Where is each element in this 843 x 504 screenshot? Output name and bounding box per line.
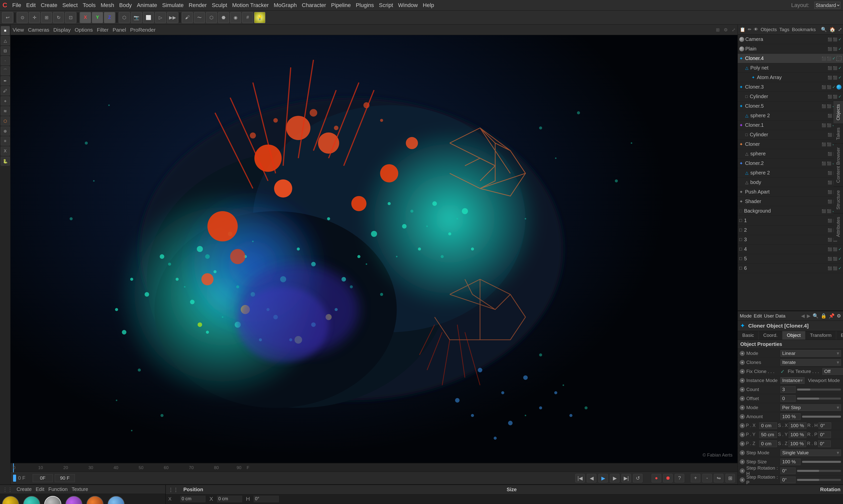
deform-btn[interactable]: ⋄ [1, 96, 10, 105]
object-list[interactable]: Camera ⬛ ⬛ ✓ Plain ⬛ ⬛ ✓ ✦ [738, 35, 843, 310]
menu-mesh[interactable]: Mesh [101, 2, 114, 8]
goto-end-btn[interactable]: ▶| [621, 474, 631, 482]
render-all-btn[interactable]: ▶▶ [167, 12, 178, 23]
spline-pen-btn[interactable]: ✒ [1, 76, 10, 85]
attr-userdata-btn[interactable]: User Data [764, 313, 786, 319]
obj-sphere2-c2[interactable]: △ sphere 2 ⬛⬛ ✓ [738, 168, 843, 178]
menu-plugins[interactable]: Plugins [356, 2, 374, 8]
offset-slider[interactable] [797, 398, 841, 400]
x-toggle[interactable]: X [80, 12, 91, 23]
menu-animate[interactable]: Animate [137, 2, 157, 8]
py-btn[interactable]: ● [740, 432, 745, 437]
mat-edit-btn[interactable]: Edit [36, 486, 44, 492]
px-btn[interactable]: ● [740, 423, 745, 428]
paint-btn[interactable]: 🖊 [1, 86, 10, 95]
side-tab-structure[interactable]: Structure [833, 186, 843, 213]
pz-btn[interactable]: ● [740, 441, 745, 446]
pos-x[interactable] [180, 496, 206, 502]
obj-shader[interactable]: ✦ Shader ⬛⬛ ✓ [738, 197, 843, 206]
mat-item-3gray[interactable]: Mat.3 [44, 496, 61, 504]
amount-input[interactable] [780, 413, 801, 420]
mat-item-mat[interactable]: Mat [86, 496, 104, 504]
polygon-btn[interactable]: ⬡ [206, 12, 217, 23]
rb-input[interactable] [818, 440, 831, 447]
obj-6[interactable]: □ 6 ⬛⬛ ✓ [738, 264, 843, 273]
menu-simulate[interactable]: Simulate [162, 2, 183, 8]
amount-btn[interactable]: ● [740, 414, 745, 419]
edge-mode-btn[interactable]: ⊟ [1, 46, 10, 55]
light-btn[interactable]: 💡 [254, 12, 265, 23]
tab-coord[interactable]: Coord. [759, 331, 782, 340]
attr-mode-btn[interactable]: Mode [740, 313, 752, 319]
grid-btn[interactable]: # [242, 12, 253, 23]
side-tab-takes[interactable]: Takes [833, 124, 843, 144]
loop-btn[interactable]: ↺ [633, 474, 643, 482]
obj-cylinder1[interactable]: □ Cylinder ⬛⬛ ✓ [738, 92, 843, 102]
vp-icon-expand[interactable]: ⊞ [716, 27, 720, 33]
menu-character[interactable]: Character [302, 2, 326, 8]
polygon-mode-btn[interactable]: △ [1, 36, 10, 45]
mode-select[interactable]: Linear ▾ [780, 350, 841, 357]
count-input[interactable] [780, 386, 795, 393]
add-key-btn[interactable]: + [691, 474, 700, 482]
clones-select[interactable]: Iterate ▾ [780, 359, 841, 366]
mat-item-2[interactable]: Mat.2 [65, 496, 82, 504]
nurbs-btn[interactable]: ⌒ [1, 66, 10, 75]
next-frame-btn[interactable]: ▶ [610, 474, 619, 482]
instance-mode-btn[interactable]: ● [740, 378, 745, 383]
vp-tab-options[interactable]: Options [75, 27, 93, 33]
render-frame-btn[interactable]: ▷ [155, 12, 166, 23]
count-btn[interactable]: ● [740, 387, 745, 392]
mat-item-1[interactable]: Mat.1 [107, 496, 125, 504]
object-mode-btn[interactable]: ⬡ [119, 12, 130, 23]
auto-key-btn[interactable]: ⏺ [663, 474, 673, 482]
side-tab-attributes[interactable]: Attributes [833, 213, 843, 240]
rh-input[interactable] [819, 422, 831, 429]
obj-polynet[interactable]: △ Poly net ⬛⬛ ✓ [738, 63, 843, 73]
menu-create[interactable]: Create [41, 2, 57, 8]
menu-edit[interactable]: Edit [26, 2, 36, 8]
py-input[interactable] [759, 431, 777, 438]
mode2-select[interactable]: Per Step ▾ [780, 404, 841, 411]
mode-circle-btn[interactable]: ● [740, 351, 745, 356]
panel-view-btn[interactable]: 👁 [754, 27, 758, 32]
tab-transform[interactable]: Transform [805, 331, 836, 340]
clones-circle-btn[interactable]: ● [740, 360, 745, 365]
step-mode-btn[interactable]: ● [740, 450, 745, 455]
z-toggle[interactable]: Z [104, 12, 115, 23]
obj-atomarray[interactable]: ✦ Atom Array ⬛⬛ ✓ [738, 73, 843, 82]
attr-settings-icon[interactable]: ⚙ [837, 313, 841, 319]
sy-input[interactable] [789, 431, 806, 438]
menu-file[interactable]: File [12, 2, 21, 8]
obj-sphere-cloner[interactable]: △ sphere ⬛⬛ ✓ [738, 149, 843, 159]
vp-tab-prorender[interactable]: ProRender [130, 27, 156, 33]
mat-texture-btn[interactable]: Texture [72, 486, 88, 492]
symmetry-btn[interactable]: ⬣ [218, 12, 229, 23]
step-rot-p-slider[interactable] [797, 479, 841, 481]
vp-icon-settings[interactable]: ⚙ [724, 27, 728, 33]
obj-cloner5[interactable]: ✦ Cloner.5 ⬛⬛ ✓ [738, 102, 843, 111]
goto-start-btn[interactable]: |◀ [575, 474, 585, 482]
obj-cloner[interactable]: ✦ Cloner ⬛⬛ ✓ [738, 140, 843, 149]
obj-cloner2[interactable]: ✦ Cloner.2 ⬛⬛ ✓ [738, 159, 843, 168]
python-btn[interactable]: 🐍 [1, 157, 10, 166]
attr-search-icon[interactable]: 🔍 [813, 313, 819, 319]
timeline-extra-btn[interactable]: ⊞ [725, 474, 735, 482]
offset-btn[interactable]: ● [740, 396, 745, 401]
obj-plain[interactable]: Plain ⬛ ⬛ ✓ [738, 44, 843, 54]
mode2-btn[interactable]: ● [740, 405, 745, 410]
obj-push-apart[interactable]: ✦ Push Apart ⬛⬛ ✓ [738, 187, 843, 197]
vp-tab-display[interactable]: Display [53, 27, 71, 33]
obj-cylinder2[interactable]: □ Cylinder ⬛⬛ ✓ [738, 130, 843, 140]
menu-tools[interactable]: Tools [83, 2, 95, 8]
side-tab-content[interactable]: Content Browser [833, 144, 843, 186]
tab-basic[interactable]: Basic [738, 331, 759, 340]
attr-collapse-icon[interactable]: ◀ [801, 313, 805, 319]
obj-body[interactable]: △ body ⬛⬛ ✓ [738, 178, 843, 187]
panel-bookmarks-tab[interactable]: Bookmarks [792, 27, 816, 32]
menu-render[interactable]: Render [189, 2, 207, 8]
step-size-slider[interactable] [802, 461, 841, 463]
frame-end-input[interactable] [55, 474, 75, 482]
menu-help[interactable]: Help [423, 2, 434, 8]
panel-edit-btn[interactable]: ✏ [748, 27, 751, 32]
